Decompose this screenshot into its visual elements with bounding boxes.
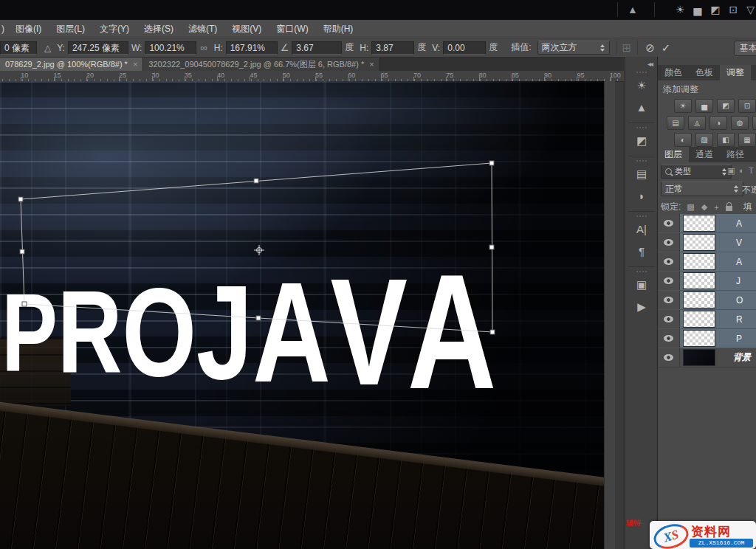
posterize-icon[interactable]: ▨ (695, 133, 713, 147)
document-tab-0[interactable]: 078629_2.jpg @ 100%(RGB/8#) *× (0, 58, 143, 71)
eye-icon[interactable] (664, 316, 673, 322)
brightness-contrast-icon[interactable]: ☀ (674, 99, 692, 113)
eye-icon[interactable] (664, 220, 673, 227)
menu-item-6[interactable]: 视图(V) (224, 21, 269, 38)
menu-item-0[interactable]: ) (0, 21, 8, 38)
link-dimensions-icon[interactable]: ∞ (200, 42, 207, 53)
vibrance-icon[interactable]: ▽ (746, 2, 755, 17)
rotation-field[interactable]: 3.67 (292, 41, 342, 55)
menu-item-1[interactable]: 图像(I) (8, 21, 49, 38)
close-tab-icon[interactable]: × (369, 60, 374, 69)
cancel-transform-icon[interactable]: ⊘ (645, 41, 655, 55)
group-grip[interactable] (636, 215, 647, 217)
gradient-map-icon[interactable]: ▦ (738, 133, 756, 147)
histogram-panel-icon[interactable]: ▲ (625, 97, 658, 119)
layer-thumbnail[interactable] (683, 253, 715, 270)
curves-icon[interactable]: ◩ (717, 99, 735, 113)
color-balance-icon[interactable]: ◬ (688, 116, 706, 130)
layer-row-背景[interactable]: 背景 (658, 348, 756, 367)
horizontal-skew-field[interactable]: 3.87 (371, 41, 414, 55)
panel-tab-颜色[interactable]: 颜色 (658, 65, 689, 80)
vertical-scrollbar[interactable] (604, 81, 615, 549)
group-grip[interactable] (636, 127, 647, 128)
actions-panel-icon[interactable]: ▶ (625, 296, 658, 318)
eye-icon[interactable] (664, 297, 673, 303)
3d-panel-icon[interactable]: ◩ (625, 130, 658, 152)
layer-row-R[interactable]: R (658, 310, 756, 329)
horizontal-ruler[interactable]: 5101520253035404550556065707580859095100 (0, 71, 624, 82)
warp-mode-icon[interactable]: ⊞ (622, 41, 632, 55)
threshold-icon[interactable]: ◧ (717, 133, 735, 147)
handle-bottom-mid[interactable] (256, 316, 261, 320)
eye-icon[interactable] (664, 277, 673, 284)
handle-top-mid[interactable] (254, 179, 258, 183)
layer-row-A[interactable]: A (658, 252, 756, 272)
channel-mixer-icon[interactable]: ◉ (752, 116, 756, 130)
handle-top-left[interactable] (18, 197, 23, 201)
eye-icon[interactable] (664, 335, 673, 342)
layer-filter-select[interactable]: 类型 (661, 165, 732, 179)
close-tab-icon[interactable]: × (133, 60, 137, 69)
document-tab-1[interactable]: 3202322_090450078629_2.jpg @ 66.7%(图层 6,… (143, 58, 379, 71)
vertical-skew-field[interactable]: 0.00 (443, 41, 486, 55)
character-panel-icon[interactable]: A| (625, 218, 658, 241)
menu-item-2[interactable]: 图层(L) (49, 21, 92, 38)
menu-item-7[interactable]: 窗口(W) (269, 21, 315, 38)
tool-presets-panel-icon[interactable]: ◗ (625, 185, 658, 207)
layer-row-A[interactable]: A (658, 214, 756, 233)
layer-visibility-cell[interactable] (658, 310, 680, 328)
group-grip[interactable] (636, 271, 647, 272)
curves-icon[interactable]: ◩ (710, 2, 720, 17)
eye-icon[interactable] (664, 258, 673, 265)
lock-transparency-icon[interactable]: ▩ (687, 202, 694, 212)
layer-visibility-cell[interactable] (658, 272, 680, 290)
layer-row-V[interactable]: V (658, 233, 756, 252)
menu-item-3[interactable]: 文字(Y) (92, 21, 137, 38)
histogram-icon[interactable]: ▲ (628, 2, 638, 17)
eye-icon[interactable] (664, 239, 673, 246)
handle-top-right[interactable] (489, 161, 494, 165)
layer-thumbnail[interactable] (683, 349, 715, 366)
layer-visibility-cell[interactable] (658, 329, 680, 348)
handle-left-mid[interactable] (20, 249, 24, 254)
clone-source-panel-icon[interactable]: ▣ (625, 274, 658, 296)
height-field[interactable]: 167.91% (226, 41, 278, 55)
x-position-field[interactable]: 0 像素 (0, 41, 37, 55)
reference-point-icon[interactable] (254, 245, 264, 255)
menu-item-5[interactable]: 滤镜(T) (181, 21, 224, 38)
paragraph-panel-icon[interactable]: ¶ (625, 241, 658, 263)
layer-thumbnail[interactable] (683, 311, 715, 328)
layer-visibility-cell[interactable] (658, 214, 680, 232)
layer-visibility-cell[interactable] (658, 348, 680, 367)
lock-pixels-icon[interactable]: ◆ (701, 202, 707, 212)
invert-icon[interactable]: ◐ (674, 133, 692, 147)
collapse-panels-icon[interactable]: ◂◂ (647, 60, 652, 68)
width-field[interactable]: 100.21% (145, 41, 196, 55)
layer-thumbnail[interactable] (683, 330, 715, 347)
handle-bottom-right[interactable] (490, 330, 495, 334)
exposure-icon[interactable]: ⊡ (729, 2, 738, 17)
layer-thumbnail[interactable] (683, 215, 715, 232)
brush-presets-panel-icon[interactable]: ▤ (625, 163, 658, 185)
hue-saturation-icon[interactable]: ▤ (667, 116, 684, 130)
group-grip[interactable] (636, 72, 647, 73)
filter-adjustment-layers-icon[interactable]: ◐ (739, 166, 744, 176)
lock-position-icon[interactable]: + (714, 203, 718, 212)
brightness-contrast-icon[interactable]: ☀ (676, 2, 685, 17)
lock-all-icon[interactable] (726, 206, 732, 211)
canvas[interactable]: PROJAVA (0, 81, 604, 549)
group-grip[interactable] (636, 160, 647, 162)
black-white-icon[interactable]: ◑ (709, 116, 727, 130)
layer-visibility-cell[interactable] (658, 291, 680, 309)
menu-item-8[interactable]: 帮助(H) (316, 21, 361, 38)
photo-filter-icon[interactable]: ◍ (731, 116, 749, 130)
commit-transform-icon[interactable]: ✓ (662, 41, 671, 55)
layer-thumbnail[interactable] (683, 272, 715, 289)
relative-position-icon[interactable]: △ (44, 43, 51, 53)
layer-row-P[interactable]: P (658, 329, 756, 348)
panel-tab-路径[interactable]: 路径 (720, 147, 751, 162)
panel-tab-通道[interactable]: 通道 (689, 147, 720, 162)
layer-visibility-cell[interactable] (658, 252, 680, 271)
interpolation-select[interactable]: 两次立方 (537, 41, 610, 55)
panel-tab-调整[interactable]: 调整 (720, 65, 751, 80)
